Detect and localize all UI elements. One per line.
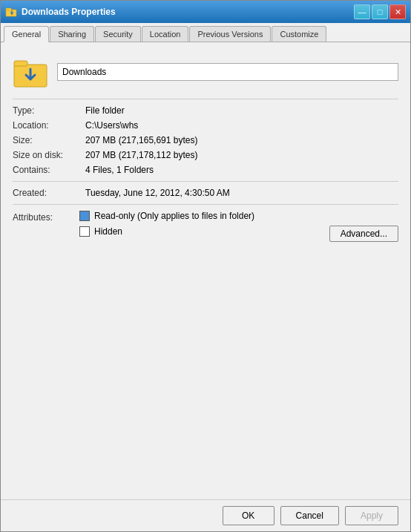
type-label: Type: <box>13 105 79 116</box>
window-title: Downloads Properties <box>22 7 354 17</box>
content-area: Type: File folder Location: C:\Users\whs… <box>1 42 410 499</box>
ok-button[interactable]: OK <box>223 506 274 525</box>
hidden-label: Hidden <box>94 226 122 237</box>
tab-bar: General Sharing Security Location Previo… <box>1 23 410 42</box>
divider-2 <box>13 181 398 182</box>
window-controls: — □ ✕ <box>354 4 406 19</box>
location-value: C:\Users\whs <box>85 120 398 131</box>
title-bar: Downloads Properties — □ ✕ <box>1 1 410 23</box>
footer: OK Cancel Apply <box>1 499 410 531</box>
properties-grid: Type: File folder Location: C:\Users\whs… <box>13 105 398 175</box>
tab-customize[interactable]: Customize <box>272 26 326 42</box>
contains-value: 4 Files, 1 Folders <box>85 165 398 175</box>
svg-rect-1 <box>6 8 11 10</box>
folder-icon <box>13 54 48 90</box>
readonly-label: Read-only (Only applies to files in fold… <box>94 211 254 221</box>
size-value: 207 MB (217,165,691 bytes) <box>85 135 398 145</box>
folder-name-input[interactable] <box>57 63 398 81</box>
attributes-label: Attributes: <box>13 211 79 223</box>
size-on-disk-value: 207 MB (217,178,112 bytes) <box>85 150 398 160</box>
attributes-row: Attributes: Read-only (Only applies to f… <box>13 211 398 242</box>
tab-security[interactable]: Security <box>95 26 141 42</box>
hidden-checkbox[interactable] <box>79 226 90 237</box>
readonly-check-item: Read-only (Only applies to files in fold… <box>79 211 398 221</box>
maximize-button[interactable]: □ <box>372 4 388 19</box>
tab-location[interactable]: Location <box>142 26 189 42</box>
size-label: Size: <box>13 135 79 145</box>
created-grid: Created: Tuesday, June 12, 2012, 4:30:50… <box>13 188 398 198</box>
tab-previous-versions[interactable]: Previous Versions <box>189 26 271 42</box>
created-value: Tuesday, June 12, 2012, 4:30:50 AM <box>85 188 398 198</box>
size-on-disk-label: Size on disk: <box>13 150 79 160</box>
type-value: File folder <box>85 105 398 116</box>
svg-rect-4 <box>14 61 27 66</box>
tab-general[interactable]: General <box>4 26 49 42</box>
hidden-advanced-row: Hidden Advanced... <box>79 226 398 242</box>
close-button[interactable]: ✕ <box>389 4 406 19</box>
divider-1 <box>13 99 398 99</box>
cancel-button[interactable]: Cancel <box>280 506 339 525</box>
hidden-check-item: Hidden <box>79 226 122 237</box>
attributes-checkboxes: Read-only (Only applies to files in fold… <box>79 211 398 242</box>
folder-header <box>13 54 398 90</box>
apply-button[interactable]: Apply <box>345 506 398 525</box>
contains-label: Contains: <box>13 165 79 175</box>
downloads-properties-window: Downloads Properties — □ ✕ General Shari… <box>0 0 411 532</box>
location-label: Location: <box>13 120 79 131</box>
window-icon <box>5 6 17 18</box>
readonly-checkbox[interactable] <box>79 211 90 221</box>
tab-sharing[interactable]: Sharing <box>50 26 94 42</box>
created-label: Created: <box>13 188 79 198</box>
divider-3 <box>13 204 398 205</box>
advanced-button[interactable]: Advanced... <box>329 226 398 242</box>
minimize-button[interactable]: — <box>354 4 370 19</box>
